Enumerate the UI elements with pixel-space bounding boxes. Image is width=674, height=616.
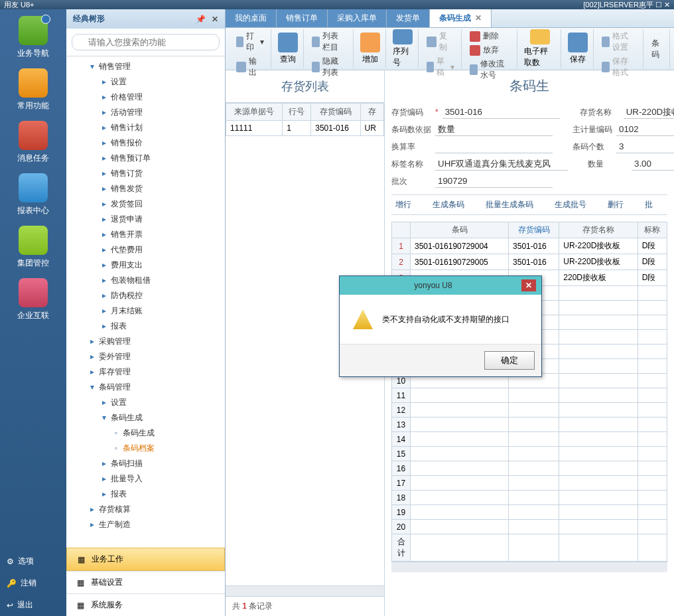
batch-field[interactable] — [435, 175, 553, 188]
tree-item[interactable]: ▸ 月末结账 — [66, 303, 225, 319]
tree-item[interactable]: ▾ 条码生成 — [66, 410, 225, 425]
left-navigation: 业务导航常用功能消息任务报表中心集团管控企业互联⚙选项🔑注销↩退出 — [0, 9, 66, 616]
form-title: 条码生 — [391, 70, 667, 102]
tree-item[interactable]: ▸ 销售预订单 — [66, 151, 225, 166]
tree-item[interactable]: ▸ 退货申请 — [66, 212, 225, 227]
nav-item-4[interactable]: 集团管控 — [0, 223, 66, 275]
rate-field[interactable] — [435, 140, 553, 153]
bottom-nav-1[interactable]: 🔑注销 — [0, 572, 66, 594]
action-buttons: 增行生成条码批量生成条码生成批号删行批 — [391, 194, 667, 215]
title-bar: 用友 U8+ [002]LRSERVER惠平 ☐ ✕ — [0, 0, 674, 9]
copy-button[interactable]: 复制 — [424, 29, 457, 54]
tree-item[interactable]: ▸ 销售开票 — [66, 227, 225, 242]
tree-item[interactable]: ▸ 销售计划 — [66, 120, 225, 135]
tree-item[interactable]: ▫ 条码档案 — [66, 441, 225, 456]
bottom-nav-2[interactable]: ↩退出 — [0, 594, 66, 616]
tree-item[interactable]: ▸ 活动管理 — [66, 105, 225, 120]
tab[interactable]: 我的桌面 — [226, 9, 277, 27]
nav-item-2[interactable]: 消息任务 — [0, 118, 66, 171]
barcode-button[interactable]: 条码 — [649, 37, 665, 62]
qty-field[interactable] — [632, 157, 674, 171]
tree-foot-item[interactable]: ▦基础设置 — [66, 571, 225, 593]
bottom-nav-0[interactable]: ⚙选项 — [0, 550, 66, 572]
action-3[interactable]: 生成批号 — [551, 199, 590, 210]
format-button[interactable]: 格式设置 — [599, 29, 639, 54]
tree-item[interactable]: ▸ 存货核算 — [66, 502, 225, 517]
tree-item[interactable]: ▸ 库存管理 — [66, 364, 225, 380]
warning-icon — [353, 309, 373, 329]
label-field[interactable] — [435, 157, 568, 171]
save-button[interactable]: 保存 — [563, 29, 594, 68]
name-field[interactable] — [624, 106, 674, 119]
add-button[interactable]: 增加 — [355, 29, 386, 68]
document-tabs: 我的桌面销售订单采购入库单发货单条码生成✕ — [226, 9, 674, 28]
tab-close-icon[interactable]: ✕ — [475, 13, 482, 23]
error-dialog: yonyou U8 ✕ 类不支持自动化或不支持期望的接口 确定 — [339, 275, 542, 377]
delete-button[interactable]: 删除 — [467, 29, 513, 43]
tree-item[interactable]: ▸ 设置 — [66, 74, 225, 90]
print-button[interactable]: 打印 ▾ — [234, 29, 267, 54]
code-field[interactable] — [442, 106, 560, 119]
dialog-ok-button[interactable]: 确定 — [484, 351, 535, 370]
barcode-table[interactable]: 条码存货编码存货名称标称 13501-0161907290043501-016U… — [391, 222, 667, 562]
tree-item[interactable]: ▾ 销售管理 — [66, 59, 225, 74]
tree-item[interactable]: ▸ 发货签回 — [66, 196, 225, 212]
dialog-title: yonyou U8 — [345, 281, 521, 290]
toolbar: 打印 ▾ 输出 查询 列表栏目 隐藏列表 增加 序列号 复制 草稿 ▾ 删除 放… — [226, 28, 674, 70]
action-0[interactable]: 增行 — [391, 199, 415, 210]
tree-item[interactable]: ▸ 批量导入 — [66, 471, 225, 487]
inventory-table[interactable]: 来源单据号行号存货编码存 1111113501-016UR — [226, 103, 384, 136]
dialog-close-button[interactable]: ✕ — [521, 279, 536, 291]
nav-item-0[interactable]: 业务导航 — [0, 13, 66, 66]
tree-item[interactable]: ▸ 销售报价 — [66, 135, 225, 151]
count-field[interactable] — [616, 140, 674, 153]
tree-item[interactable]: ▸ 生产制造 — [66, 517, 225, 532]
tree-item[interactable]: ▸ 设置 — [66, 395, 225, 410]
tree-item[interactable]: ▸ 防伪税控 — [66, 288, 225, 303]
basis-field[interactable] — [435, 123, 553, 136]
inventory-list-title: 存货列表 — [226, 70, 384, 103]
tree-foot-item[interactable]: ▦系统服务 — [66, 593, 225, 616]
tree-item[interactable]: ▸ 销售发货 — [66, 181, 225, 196]
scrollbar-h[interactable] — [391, 562, 667, 572]
action-4[interactable]: 删行 — [604, 199, 628, 210]
tree-item[interactable]: ▸ 代垫费用 — [66, 242, 225, 258]
abandon-button[interactable]: 放弃 — [467, 43, 513, 57]
unit-field[interactable] — [616, 123, 674, 136]
tree-item[interactable]: ▸ 价格管理 — [66, 90, 225, 105]
list-columns-button[interactable]: 列表栏目 — [309, 29, 349, 54]
scale-button[interactable]: 电子秤取数 — [519, 29, 561, 68]
tab[interactable]: 销售订单 — [277, 9, 328, 27]
tree-item[interactable]: ▸ 委外管理 — [66, 349, 225, 364]
tree-item[interactable]: ▸ 费用支出 — [66, 258, 225, 273]
tree-panel: 经典树形 📌 ✕ ▾ 销售管理▸ 设置▸ 价格管理▸ 活动管理▸ 销售计划▸ 销… — [66, 9, 226, 616]
tree-item[interactable]: ▸ 报表 — [66, 487, 225, 502]
nav-item-1[interactable]: 常用功能 — [0, 66, 66, 118]
tab[interactable]: 发货单 — [387, 9, 430, 27]
search-input[interactable] — [72, 34, 220, 50]
action-5[interactable]: 批 — [641, 199, 657, 210]
pin-icon[interactable]: 📌 — [196, 15, 206, 24]
tree-item[interactable]: ▾ 条码管理 — [66, 380, 225, 395]
action-1[interactable]: 生成条码 — [429, 199, 468, 210]
query-button[interactable]: 查询 — [273, 29, 304, 68]
dialog-message: 类不支持自动化或不支持期望的接口 — [382, 314, 509, 325]
tab[interactable]: 条码生成✕ — [430, 9, 492, 27]
tree-item[interactable]: ▸ 销售订货 — [66, 166, 225, 181]
tree-item[interactable]: ▸ 包装物租借 — [66, 273, 225, 288]
close-icon[interactable]: ✕ — [212, 15, 218, 24]
tree-item[interactable]: ▸ 条码扫描 — [66, 456, 225, 471]
tab[interactable]: 采购入库单 — [328, 9, 387, 27]
tree-item[interactable]: ▫ 条码生成 — [66, 425, 225, 441]
tree-foot-item[interactable]: ▦业务工作 — [66, 548, 225, 571]
sequence-button[interactable]: 序列号 — [387, 29, 419, 68]
nav-item-3[interactable]: 报表中心 — [0, 171, 66, 223]
status-bar: 共 1 条记录 — [226, 596, 384, 616]
tree-header: 经典树形 📌 ✕ — [66, 9, 225, 29]
action-2[interactable]: 批量生成条码 — [482, 199, 537, 210]
nav-item-5[interactable]: 企业互联 — [0, 275, 66, 328]
scrollbar-h[interactable] — [226, 585, 384, 596]
tree-item[interactable]: ▸ 报表 — [66, 319, 225, 334]
tree-item[interactable]: ▸ 采购管理 — [66, 334, 225, 349]
